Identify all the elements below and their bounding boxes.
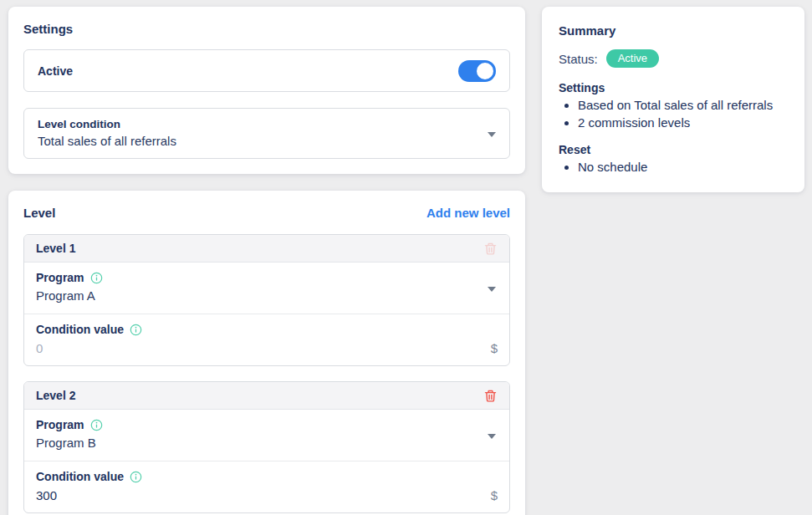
level-card-title: Level bbox=[23, 206, 55, 220]
summary-card-title: Summary bbox=[559, 23, 788, 38]
summary-settings-heading: Settings bbox=[559, 81, 788, 94]
status-label: Status: bbox=[559, 52, 598, 66]
chevron-down-icon bbox=[488, 132, 496, 137]
delete-level-1-icon[interactable] bbox=[483, 242, 498, 256]
settings-card: Settings Active Level condition Total sa… bbox=[8, 7, 525, 174]
level-2-condition-label: Condition value bbox=[36, 468, 124, 485]
level-2-condition-row: Condition value $ bbox=[24, 461, 509, 512]
level-2-program-select[interactable]: Program Program B bbox=[24, 410, 509, 461]
currency-symbol: $ bbox=[491, 488, 498, 502]
info-icon bbox=[90, 272, 103, 284]
level-card: Level Add new level Level 1 bbox=[8, 191, 525, 515]
list-item: Based on Total sales of all referrals bbox=[578, 97, 788, 114]
level-1-program-label: Program bbox=[36, 269, 84, 286]
summary-settings-list: Based on Total sales of all referrals 2 … bbox=[559, 97, 788, 131]
active-setting-row: Active bbox=[23, 49, 510, 92]
delete-level-2-icon[interactable] bbox=[483, 389, 498, 403]
list-item: No schedule bbox=[578, 159, 788, 176]
level-1-header: Level 1 bbox=[24, 235, 509, 263]
list-item: 2 commission levels bbox=[578, 115, 788, 131]
toggle-knob bbox=[477, 63, 493, 79]
summary-column: Summary Status: Active Settings Based on… bbox=[542, 7, 804, 192]
summary-card: Summary Status: Active Settings Based on… bbox=[542, 7, 804, 192]
summary-reset-list: No schedule bbox=[559, 159, 788, 176]
main-column: Settings Active Level condition Total sa… bbox=[8, 7, 525, 515]
info-icon bbox=[130, 324, 142, 336]
level-2-header: Level 2 bbox=[24, 382, 509, 410]
info-icon bbox=[130, 471, 142, 483]
level-1-condition-label: Condition value bbox=[36, 321, 124, 338]
level-condition-value: Total sales of all referrals bbox=[38, 132, 476, 150]
level-block-2: Level 2 Program bbox=[23, 381, 510, 513]
level-condition-select[interactable]: Level condition Total sales of all refer… bbox=[23, 108, 510, 159]
add-new-level-button[interactable]: Add new level bbox=[426, 206, 510, 220]
level-1-name: Level 1 bbox=[36, 242, 75, 255]
status-line: Status: Active bbox=[559, 49, 788, 68]
level-1-program-value: Program A bbox=[36, 286, 476, 306]
level-1-program-select[interactable]: Program Program A bbox=[24, 263, 509, 314]
settings-card-title: Settings bbox=[23, 22, 510, 36]
currency-symbol: $ bbox=[491, 341, 498, 355]
level-2-program-value: Program B bbox=[36, 433, 476, 453]
page: Settings Active Level condition Total sa… bbox=[8, 7, 804, 515]
status-badge: Active bbox=[606, 49, 659, 68]
level-1-condition-value-input[interactable] bbox=[36, 338, 491, 358]
summary-reset-heading: Reset bbox=[559, 143, 788, 156]
chevron-down-icon bbox=[488, 287, 496, 292]
level-2-program-label: Program bbox=[36, 416, 84, 433]
level-condition-label: Level condition bbox=[38, 116, 476, 132]
level-1-condition-row: Condition value $ bbox=[24, 314, 509, 365]
active-label: Active bbox=[38, 64, 73, 78]
level-card-header: Level Add new level bbox=[23, 206, 510, 220]
level-2-name: Level 2 bbox=[36, 389, 75, 402]
active-toggle[interactable] bbox=[458, 60, 496, 82]
info-icon bbox=[90, 419, 103, 431]
level-block-1: Level 1 Program bbox=[23, 234, 510, 366]
level-2-condition-value-input[interactable] bbox=[36, 485, 491, 505]
chevron-down-icon bbox=[488, 434, 496, 439]
